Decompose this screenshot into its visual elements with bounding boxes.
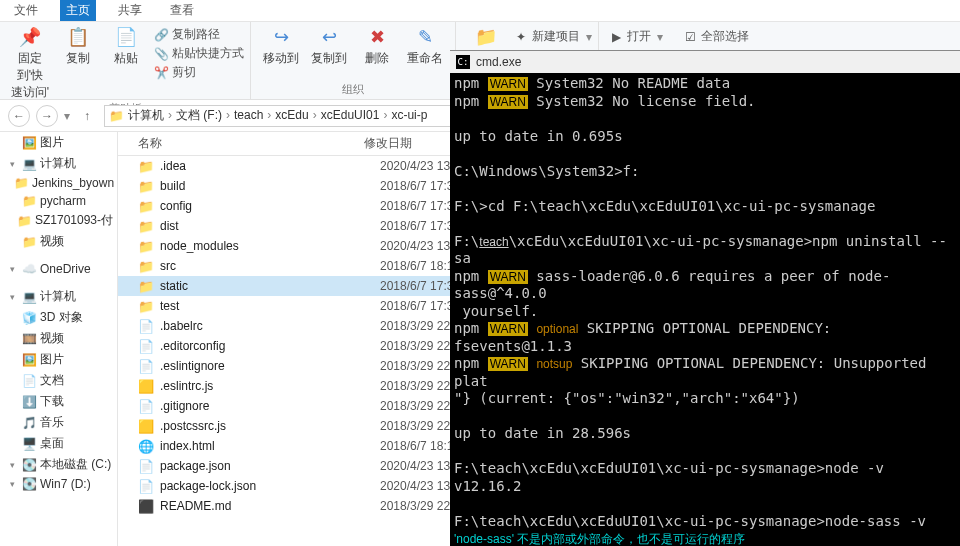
nav-item[interactable]: 🧊3D 对象 (0, 307, 117, 328)
nav-label: 3D 对象 (40, 309, 83, 326)
new-item-icon: ✦ (514, 30, 528, 44)
rename-button[interactable]: ✎重命名 (401, 26, 449, 67)
file-icon: 📁 (138, 258, 154, 274)
paste-button[interactable]: 📄 粘贴 (102, 26, 150, 67)
nav-item[interactable]: 🎵音乐 (0, 412, 117, 433)
expand-icon[interactable]: ▾ (10, 264, 18, 274)
expand-icon[interactable]: ▾ (10, 479, 18, 489)
cut-button[interactable]: ✂️剪切 (154, 64, 244, 81)
nav-label: 桌面 (40, 435, 64, 452)
new-item-button[interactable]: ✦新建项目▾ (514, 28, 592, 45)
cmd-output[interactable]: npm WARN System32 No README data npm WAR… (450, 73, 960, 546)
file-icon: 📁 (138, 218, 154, 234)
cmd-titlebar[interactable]: C: cmd.exe (450, 51, 960, 73)
cmd-window[interactable]: C: cmd.exe npm WARN System32 No README d… (450, 50, 960, 546)
nav-label: Jenkins_byown (32, 176, 114, 190)
nav-item[interactable]: 📄文档 (0, 370, 117, 391)
chevron-down-icon: ▾ (586, 30, 592, 44)
back-icon: ← (13, 109, 25, 123)
nav-pane[interactable]: 🖼️图片▾💻计算机📁Jenkins_byown📁pycharm📁SZ170109… (0, 132, 118, 546)
recent-dropdown[interactable]: ▾ (64, 109, 70, 123)
select-all-button[interactable]: ☑全部选择 (683, 28, 749, 45)
nav-icon: 📁 (22, 194, 36, 208)
moveto-icon: ↪ (270, 26, 292, 48)
nav-item[interactable]: ⬇️下载 (0, 391, 117, 412)
forward-icon: → (41, 109, 53, 123)
nav-item[interactable]: 🎞️视频 (0, 328, 117, 349)
forward-button[interactable]: → (36, 105, 58, 127)
up-button[interactable]: ↑ (76, 105, 98, 127)
delete-button[interactable]: ✖删除 (353, 26, 401, 67)
file-date: 2018/3/29 22: (380, 339, 453, 353)
pin-button[interactable]: 📌 固定到'快 速访问' (6, 26, 54, 101)
open-button[interactable]: ▶打开▾ (609, 28, 663, 45)
paste-shortcut-button[interactable]: 📎粘贴快捷方式 (154, 45, 244, 62)
tab-view[interactable]: 查看 (164, 0, 200, 21)
nav-item[interactable]: 📁视频 (0, 231, 117, 252)
nav-item[interactable]: ▾💻计算机 (0, 286, 117, 307)
up-icon: ↑ (84, 109, 90, 123)
file-icon: 📁 (138, 278, 154, 294)
file-icon: 📁 (138, 178, 154, 194)
expand-icon[interactable]: ▾ (10, 460, 18, 470)
nav-label: 计算机 (40, 288, 76, 305)
file-icon: 📄 (138, 478, 154, 494)
nav-label: 音乐 (40, 414, 64, 431)
nav-item[interactable]: ▾💽本地磁盘 (C:) (0, 454, 117, 475)
file-date: 2020/4/23 13: (380, 159, 453, 173)
nav-item[interactable]: 📁pycharm (0, 192, 117, 210)
file-name: .eslintrc.js (160, 379, 380, 393)
new-folder-icon: 📁 (475, 26, 497, 48)
file-icon: 📄 (138, 358, 154, 374)
file-icon: ⬛ (138, 498, 154, 514)
nav-item[interactable]: 🖥️桌面 (0, 433, 117, 454)
column-name[interactable]: 名称 (118, 135, 364, 152)
nav-item[interactable]: 🖼️图片 (0, 132, 117, 153)
file-date: 2018/6/7 17:3 (380, 279, 453, 293)
tab-file[interactable]: 文件 (8, 0, 44, 21)
file-date: 2018/3/29 22: (380, 499, 453, 513)
nav-label: 文档 (40, 372, 64, 389)
file-name: .idea (160, 159, 380, 173)
file-name: build (160, 179, 380, 193)
selectall-icon: ☑ (683, 30, 697, 44)
copy-path-button[interactable]: 🔗复制路径 (154, 26, 244, 43)
file-date: 2018/3/29 22: (380, 359, 453, 373)
copy-button[interactable]: 📋 复制 (54, 26, 102, 67)
file-name: .eslintignore (160, 359, 380, 373)
moveto-button[interactable]: ↪移动到 (257, 26, 305, 67)
tab-share[interactable]: 共享 (112, 0, 148, 21)
nav-icon: 💽 (22, 458, 36, 472)
nav-item[interactable]: ▾💽Win7 (D:) (0, 475, 117, 493)
ribbon-group-organize: ↪移动到 ↩复制到 ✖删除 ✎重命名 组织 (251, 22, 456, 99)
file-icon: 📄 (138, 458, 154, 474)
expand-icon[interactable]: ▾ (10, 159, 18, 169)
nav-icon: ☁️ (22, 262, 36, 276)
nav-icon: 🖼️ (22, 136, 36, 150)
ribbon-group-clipboard: 📌 固定到'快 速访问' 📋 复制 📄 粘贴 🔗复制路径 📎粘贴快捷方式 ✂️剪… (0, 22, 251, 99)
nav-item[interactable]: 📁SZ1701093-付 (0, 210, 117, 231)
file-icon: 📁 (138, 238, 154, 254)
delete-icon: ✖ (366, 26, 388, 48)
back-button[interactable]: ← (8, 105, 30, 127)
expand-icon[interactable]: ▾ (10, 292, 18, 302)
copyto-button[interactable]: ↩复制到 (305, 26, 353, 67)
nav-label: 下载 (40, 393, 64, 410)
tab-home[interactable]: 主页 (60, 0, 96, 21)
nav-icon: 📁 (17, 214, 31, 228)
file-name: README.md (160, 499, 380, 513)
file-icon: 🌐 (138, 438, 154, 454)
nav-label: SZ1701093-付 (35, 212, 113, 229)
nav-item[interactable]: ▾💻计算机 (0, 153, 117, 174)
file-date: 2018/3/29 22: (380, 399, 453, 413)
nav-item[interactable]: 🖼️图片 (0, 349, 117, 370)
nav-item[interactable]: 📁Jenkins_byown (0, 174, 117, 192)
file-icon: 📄 (138, 318, 154, 334)
open-icon: ▶ (609, 30, 623, 44)
nav-item[interactable]: ▾☁️OneDrive (0, 260, 117, 278)
nav-icon: ⬇️ (22, 395, 36, 409)
nav-icon: 🖼️ (22, 353, 36, 367)
nav-icon: 📄 (22, 374, 36, 388)
file-name: .editorconfig (160, 339, 380, 353)
nav-icon: 🎞️ (22, 332, 36, 346)
